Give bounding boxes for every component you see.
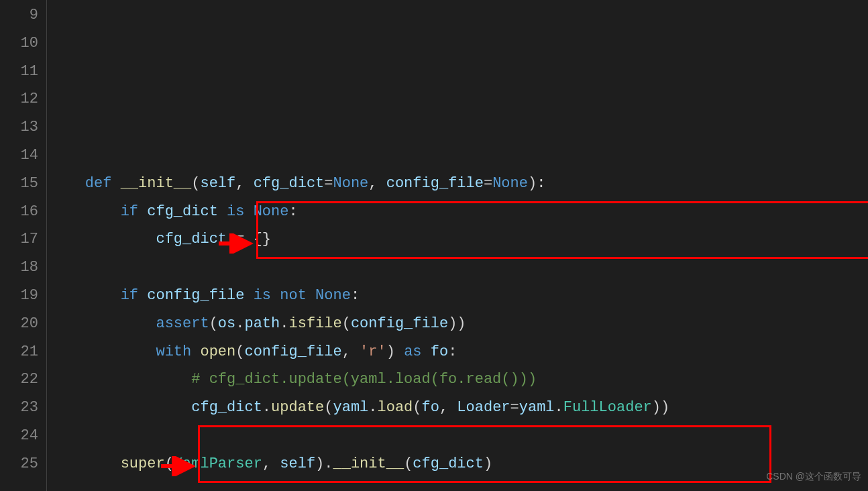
line-number: 12	[0, 85, 38, 113]
code-line[interactable]: # cfg_dict.update(yaml.load(fo.read()))	[47, 366, 868, 394]
code-token: (	[235, 343, 244, 360]
code-line[interactable]	[47, 478, 868, 491]
code-area[interactable]: def __init__(self, cfg_dict=None, config…	[47, 0, 868, 491]
code-token: .	[555, 399, 563, 416]
code-token: with	[156, 343, 200, 360]
code-token: ))	[652, 399, 669, 416]
code-token: as	[404, 343, 431, 360]
line-number: 20	[0, 310, 38, 338]
code-token: path	[244, 315, 280, 332]
code-line[interactable]: if config_file is not None:	[47, 282, 868, 310]
line-number: 9	[0, 1, 38, 30]
code-token: 'r'	[360, 343, 386, 360]
line-number: 13	[0, 113, 38, 142]
code-token: assert	[156, 315, 209, 332]
code-token: .	[262, 399, 271, 416]
code-line[interactable]: cfg_dict = {}	[47, 225, 868, 254]
code-token: =	[510, 399, 519, 416]
line-number: 21	[0, 338, 38, 366]
line-number: 23	[0, 394, 38, 422]
code-token: config_file	[147, 287, 244, 304]
code-token: ))	[448, 315, 466, 332]
code-token: cfg_dict	[254, 175, 325, 192]
code-token: __init__	[333, 455, 404, 472]
code-token: .	[235, 315, 244, 332]
code-token: self	[280, 455, 315, 472]
code-line[interactable]	[47, 254, 868, 282]
code-token: cfg_dict	[191, 399, 262, 416]
code-token: yaml	[519, 399, 555, 416]
watermark-text: CSDN @这个函数可导	[766, 468, 861, 486]
code-token: (	[324, 399, 333, 416]
code-token: def	[85, 175, 121, 192]
code-token: self	[200, 175, 235, 192]
code-token: ):	[528, 175, 545, 192]
code-token: fo	[422, 399, 439, 416]
code-token: ,	[342, 343, 360, 360]
code-token: open	[200, 343, 235, 360]
code-token: None	[492, 175, 528, 192]
code-token: None	[333, 175, 369, 192]
code-token: cfg_dict	[147, 203, 218, 220]
code-token: .	[280, 315, 288, 332]
code-token: config_file	[244, 343, 341, 360]
code-token: (	[404, 455, 413, 472]
code-token: update	[271, 399, 324, 416]
code-token: ,	[262, 455, 280, 472]
code-token: ,	[439, 399, 457, 416]
code-token: config_file	[386, 175, 484, 192]
line-number: 17	[0, 225, 38, 254]
code-token: (	[342, 315, 351, 332]
code-token: (	[209, 315, 218, 332]
line-number-gutter: 910111213141516171819202122232425	[0, 0, 47, 491]
line-number: 24	[0, 422, 38, 450]
line-number: 19	[0, 282, 38, 310]
code-token: None	[254, 203, 289, 220]
code-line[interactable]: if cfg_dict is None:	[47, 198, 868, 226]
code-token: ).	[315, 455, 333, 472]
code-token: ,	[368, 175, 386, 192]
code-token: .	[368, 399, 377, 416]
code-token: =	[484, 175, 492, 192]
code-line[interactable]: super(YamlParser, self).__init__(cfg_dic…	[47, 450, 868, 478]
code-token: if	[121, 287, 148, 304]
code-token: cfg_dict	[156, 231, 227, 248]
line-number: 14	[0, 142, 38, 170]
code-token: None	[315, 287, 351, 304]
line-number: 16	[0, 198, 38, 226]
line-number: 25	[0, 450, 38, 478]
code-line[interactable]: with open(config_file, 'r') as fo:	[47, 338, 868, 366]
code-token: ,	[235, 175, 253, 192]
code-token: cfg_dict	[413, 455, 484, 472]
code-token: config_file	[351, 315, 448, 332]
code-token: super	[121, 455, 165, 472]
code-token: (	[413, 399, 421, 416]
code-line[interactable]: def __init__(self, cfg_dict=None, config…	[47, 170, 868, 198]
code-token: if	[121, 203, 148, 220]
code-token: os	[218, 315, 235, 332]
code-token: FullLoader	[563, 399, 652, 416]
line-number: 15	[0, 170, 38, 198]
code-token: )	[484, 455, 492, 472]
code-line[interactable]: assert(os.path.isfile(config_file))	[47, 310, 868, 338]
code-token: is not	[244, 287, 315, 304]
line-number: 22	[0, 366, 38, 394]
code-token: (	[191, 175, 200, 192]
code-token: load	[378, 399, 413, 416]
code-token: :	[288, 203, 297, 220]
code-line[interactable]: cfg_dict.update(yaml.load(fo, Loader=yam…	[47, 394, 868, 422]
code-token: __init__	[121, 175, 192, 192]
code-token: Loader	[457, 399, 510, 416]
code-token: YamlParser	[174, 455, 262, 472]
code-token: = {}	[227, 231, 271, 248]
code-editor[interactable]: 910111213141516171819202122232425 def __…	[0, 0, 868, 491]
line-number: 11	[0, 58, 38, 86]
code-token: isfile	[288, 315, 341, 332]
code-token: =	[324, 175, 333, 192]
code-token: (	[165, 455, 174, 472]
code-token: :	[448, 343, 457, 360]
code-token: yaml	[333, 399, 368, 416]
code-line[interactable]	[47, 422, 868, 450]
code-token: is	[218, 203, 254, 220]
line-number: 10	[0, 30, 38, 58]
